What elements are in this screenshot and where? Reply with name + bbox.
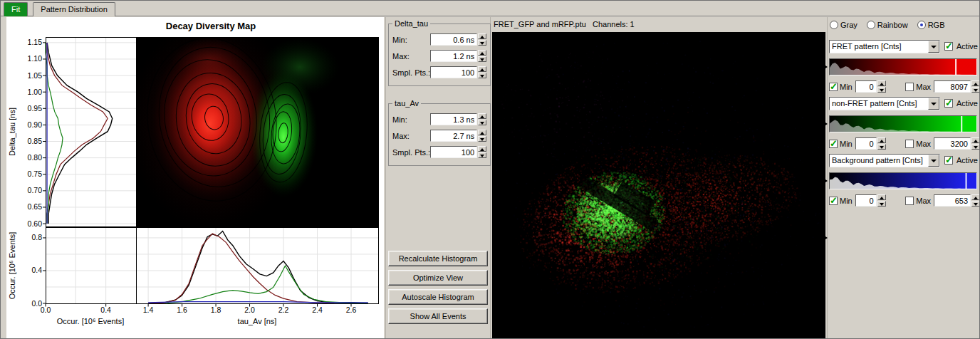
tab-pattern-distribution[interactable]: Pattern Distribution <box>33 2 115 16</box>
spin-up-icon[interactable] <box>478 130 486 135</box>
spinner <box>877 137 886 150</box>
spin-up-icon[interactable] <box>478 33 486 39</box>
spin-down-icon[interactable] <box>478 56 486 62</box>
svg-text:0.70: 0.70 <box>28 186 43 194</box>
nonfret-pattern-select[interactable]: non-FRET pattern [Cnts] <box>829 97 940 110</box>
expand-arrow-icon[interactable] <box>823 178 828 184</box>
decay-diversity-map[interactable]: Decay Diversity Map1.151.101.051.000.950… <box>6 17 384 339</box>
delta-tau-min-row: Min: <box>392 33 486 46</box>
spin-up-icon[interactable] <box>971 194 980 200</box>
tau-av-min-input[interactable] <box>430 113 477 125</box>
show-all-events-button[interactable]: Show All Events <box>388 308 488 324</box>
min-checkbox[interactable] <box>829 140 838 148</box>
tab-bar: Fit Pattern Distribution <box>1 1 979 16</box>
min-checkbox[interactable] <box>829 197 838 205</box>
recalculate-histogram-button[interactable]: Recalculate Histogram <box>388 251 488 266</box>
spin-down-icon[interactable] <box>478 136 486 142</box>
tab-fit[interactable]: Fit <box>4 2 28 16</box>
delta-tau-smpl-input[interactable] <box>430 66 477 78</box>
gray-radio[interactable] <box>830 21 838 29</box>
spin-up-icon[interactable] <box>971 80 980 86</box>
max-input[interactable] <box>934 194 971 207</box>
delta-tau-smpl-row: Smpl. Pts.: <box>392 66 486 78</box>
delta-tau-min-input[interactable] <box>430 33 477 46</box>
spin-down-icon[interactable] <box>478 152 486 158</box>
background-pattern-select[interactable]: Background pattern [Cnts] <box>829 154 940 167</box>
spin-up-icon[interactable] <box>478 50 486 56</box>
spin-down-icon[interactable] <box>478 120 486 125</box>
mode-gray: Gray <box>830 21 858 29</box>
min-spinbox <box>855 194 886 207</box>
delta-tau-max-input[interactable] <box>430 50 477 62</box>
expand-arrow-icon[interactable] <box>823 235 828 241</box>
max-checkbox[interactable] <box>905 197 914 205</box>
histogram-actions: Recalculate Histogram Optimize View Auto… <box>388 251 488 328</box>
mode-rgb: RGB <box>917 21 945 29</box>
spin-up-icon[interactable] <box>478 146 486 152</box>
fluorescence-image[interactable] <box>492 32 825 339</box>
spin-up-icon[interactable] <box>877 137 886 143</box>
rgb-radio[interactable] <box>917 21 926 29</box>
spin-down-icon[interactable] <box>971 87 980 93</box>
spin-up-icon[interactable] <box>877 80 886 86</box>
background-histogram-strip[interactable] <box>829 172 977 189</box>
spin-up-icon[interactable] <box>478 113 486 119</box>
spinner <box>478 33 486 46</box>
spin-down-icon[interactable] <box>971 144 980 150</box>
max-spinbox <box>934 194 980 207</box>
smpl-pts-label: Smpl. Pts.: <box>392 68 430 77</box>
spin-down-icon[interactable] <box>877 87 886 93</box>
background-active-checkbox[interactable] <box>944 156 953 165</box>
spin-down-icon[interactable] <box>877 144 886 150</box>
spin-down-icon[interactable] <box>478 73 486 78</box>
spinner <box>478 113 486 125</box>
active-label: Active <box>956 42 978 51</box>
spin-down-icon[interactable] <box>478 40 486 46</box>
svg-text:Decay Diversity Map: Decay Diversity Map <box>166 21 256 31</box>
min-label: Min <box>840 83 853 91</box>
min-input[interactable] <box>855 194 877 207</box>
fret-active-checkbox[interactable] <box>944 42 953 51</box>
spin-down-icon[interactable] <box>971 201 980 207</box>
tau-av-max-row: Max: <box>392 130 486 142</box>
spin-up-icon[interactable] <box>971 137 980 143</box>
spin-up-icon[interactable] <box>877 194 886 200</box>
svg-text:0.8: 0.8 <box>31 233 42 241</box>
optimize-view-button[interactable]: Optimize View <box>388 270 488 286</box>
combo-value: non-FRET pattern [Cnts] <box>832 98 917 109</box>
max-checkbox[interactable] <box>905 140 914 148</box>
tau-av-smpl-input[interactable] <box>430 146 477 158</box>
chevron-down-icon[interactable] <box>928 41 939 53</box>
min-label: Min <box>840 197 853 205</box>
mode-rainbow: Rainbow <box>867 21 908 29</box>
max-input[interactable] <box>934 80 971 93</box>
fret-histogram-strip[interactable] <box>829 58 977 75</box>
tau-av-min-row: Min: <box>392 113 486 125</box>
autoscale-histogram-button[interactable]: Autoscale Histogram <box>388 289 488 305</box>
fret-pattern-select[interactable]: FRET pattern [Cnts] <box>829 40 940 53</box>
chevron-down-icon[interactable] <box>928 98 939 110</box>
panel-divider <box>385 17 386 338</box>
chevron-down-icon[interactable] <box>928 155 939 167</box>
svg-text:Occur. [10⁶ Events]: Occur. [10⁶ Events] <box>57 317 124 325</box>
tau-av-group: tau_Av Min: Max: Smpl. Pts.: <box>388 99 491 166</box>
tau-av-max-input[interactable] <box>430 130 477 142</box>
min-label: Min <box>840 140 853 148</box>
rainbow-radio[interactable] <box>867 21 875 29</box>
min-input[interactable] <box>855 80 877 93</box>
min-input[interactable] <box>855 137 877 150</box>
expand-arrow-icon[interactable] <box>823 121 828 127</box>
spin-up-icon[interactable] <box>478 66 486 72</box>
spin-down-icon[interactable] <box>877 201 886 207</box>
tau-av-group-title: tau_Av <box>392 99 421 108</box>
tau-av-min-spinbox <box>430 113 486 125</box>
nonfret-active-checkbox[interactable] <box>944 99 953 108</box>
nonfret-histogram-strip[interactable] <box>829 115 977 132</box>
expand-arrow-icon[interactable] <box>823 64 828 70</box>
delta-tau-max-spinbox <box>430 50 486 62</box>
min-checkbox[interactable] <box>829 83 838 91</box>
rainbow-label: Rainbow <box>877 21 908 29</box>
max-input[interactable] <box>934 137 971 150</box>
max-checkbox[interactable] <box>905 83 914 91</box>
svg-text:0.80: 0.80 <box>28 153 43 162</box>
